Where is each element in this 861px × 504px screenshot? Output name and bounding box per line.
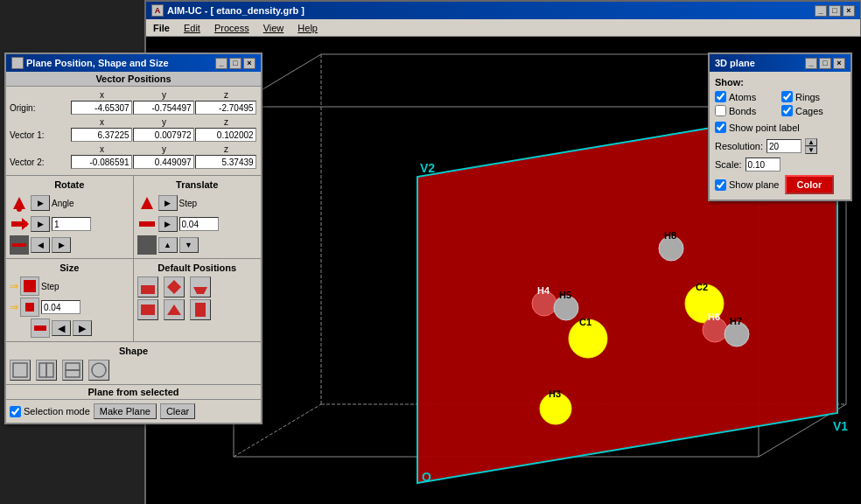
atoms-checkbox-label[interactable]: Atoms — [715, 91, 779, 102]
default-pos-2[interactable] — [164, 276, 185, 298]
svg-text:O: O — [422, 470, 431, 484]
plane-close-btn[interactable]: × — [243, 58, 256, 69]
svg-text:C1: C1 — [579, 317, 592, 327]
translate-up-btn[interactable]: ▲ — [158, 237, 178, 253]
selection-mode-checkbox[interactable] — [10, 406, 21, 417]
rotate-translate-section: Rotate ▶ Angle ▶ — [6, 175, 261, 258]
selection-mode-label: Selection mode — [24, 406, 90, 416]
maximize-button[interactable]: □ — [829, 5, 841, 17]
rings-label: Rings — [795, 92, 820, 102]
rotate-fwd-btn[interactable]: ◀ — [31, 237, 50, 253]
plane3d-minimize-btn[interactable]: _ — [805, 58, 817, 69]
plane3d-maximize-btn[interactable]: □ — [819, 58, 831, 69]
scale-input[interactable] — [746, 158, 780, 172]
bonds-checkbox-label[interactable]: Bonds — [715, 105, 779, 116]
plane-minimize-btn[interactable]: _ — [215, 58, 228, 69]
rotate-icon-2 — [10, 214, 29, 234]
resolution-down-btn[interactable]: ▼ — [805, 146, 817, 154]
vector2-z-input[interactable] — [195, 155, 256, 169]
svg-text:H5: H5 — [559, 290, 571, 300]
svg-text:V1: V1 — [833, 419, 848, 433]
menu-help[interactable]: Help — [294, 23, 321, 33]
bonds-checkbox[interactable] — [715, 105, 726, 116]
show-plane-checkbox[interactable] — [715, 179, 726, 191]
selection-mode-checkbox-label[interactable]: Selection mode — [10, 406, 90, 417]
main-window-controls: _ □ × — [815, 5, 855, 17]
angle-input[interactable] — [52, 217, 91, 231]
shape-header: Shape — [10, 346, 257, 356]
svg-rect-54 — [66, 370, 80, 377]
plane-maximize-btn[interactable]: □ — [229, 58, 242, 69]
svg-rect-42 — [25, 303, 34, 312]
translate-right-btn[interactable]: ▶ — [158, 195, 178, 211]
resolution-up-btn[interactable]: ▲ — [805, 138, 817, 146]
svg-rect-38 — [12, 243, 26, 247]
default-pos-5[interactable] — [164, 299, 185, 320]
default-pos-1[interactable] — [137, 276, 158, 298]
clear-button[interactable]: Clear — [160, 403, 195, 419]
plane3d-close-btn[interactable]: × — [833, 58, 845, 69]
rotate-right-btn[interactable]: ▶ — [31, 195, 50, 211]
translate-step-input[interactable] — [179, 217, 219, 231]
make-plane-button[interactable]: Make Plane — [94, 403, 157, 419]
size-increase-btn[interactable]: ▶ — [73, 320, 92, 336]
shape-3[interactable] — [62, 360, 83, 381]
z-header: z — [195, 90, 257, 100]
size-step-input[interactable] — [41, 300, 80, 314]
xyz-header-3: x y z — [10, 144, 257, 154]
minimize-button[interactable]: _ — [815, 5, 827, 17]
scale-row: Scale: — [715, 158, 845, 172]
origin-y-input[interactable] — [133, 101, 194, 115]
size-decrease-btn[interactable]: ◀ — [52, 320, 71, 336]
show-point-label-checkbox[interactable] — [715, 122, 726, 133]
rotate-left-btn[interactable]: ▶ — [31, 216, 50, 232]
svg-text:H7: H7 — [730, 316, 742, 326]
vector1-z-input[interactable] — [195, 128, 256, 142]
y-header: y — [133, 90, 195, 100]
svg-rect-49 — [195, 303, 206, 317]
translate-left-btn[interactable]: ▶ — [158, 216, 178, 232]
plane3d-body: Show: Atoms Rings Bonds Cages Show point… — [710, 72, 850, 200]
x-header: x — [71, 90, 133, 100]
menu-file[interactable]: File — [150, 23, 173, 33]
vector1-y-input[interactable] — [133, 128, 194, 142]
svg-rect-53 — [66, 363, 80, 370]
bonds-label: Bonds — [729, 106, 756, 116]
rings-checkbox-label[interactable]: Rings — [781, 91, 845, 102]
svg-rect-47 — [141, 304, 155, 315]
show-point-label: Show point label — [729, 122, 800, 133]
menu-view[interactable]: View — [260, 23, 288, 33]
step-label: Step — [179, 199, 198, 208]
vector1-row: Vector 1: — [10, 128, 257, 142]
cages-checkbox[interactable] — [781, 105, 793, 116]
default-pos-4[interactable] — [137, 299, 158, 320]
default-pos-6[interactable] — [190, 299, 211, 320]
shape-1[interactable] — [10, 360, 31, 381]
svg-rect-40 — [139, 221, 155, 227]
show-point-label-checkbox-label[interactable]: Show point label — [715, 122, 845, 133]
default-pos-3[interactable] — [190, 276, 211, 298]
resolution-input[interactable] — [766, 139, 802, 153]
show-plane-label: Show plane — [729, 179, 780, 190]
svg-point-35 — [17, 206, 22, 212]
show-plane-checkbox-label[interactable]: Show plane — [715, 179, 780, 191]
svg-marker-46 — [193, 287, 207, 294]
rotate-back-btn[interactable]: ▶ — [52, 237, 71, 253]
svg-marker-39 — [141, 197, 153, 209]
origin-z-input[interactable] — [195, 101, 256, 115]
rings-checkbox[interactable] — [781, 91, 793, 102]
vector2-y-input[interactable] — [133, 155, 194, 169]
atoms-checkbox[interactable] — [715, 91, 726, 102]
vector1-x-input[interactable] — [71, 128, 132, 142]
cages-checkbox-label[interactable]: Cages — [781, 105, 845, 116]
menu-process[interactable]: Process — [211, 23, 253, 33]
vector2-x-input[interactable] — [71, 155, 132, 169]
origin-x-input[interactable] — [71, 101, 132, 115]
close-button[interactable]: × — [843, 5, 855, 17]
shape-2[interactable] — [36, 360, 57, 381]
color-button[interactable]: Color — [785, 175, 835, 194]
translate-down-btn[interactable]: ▼ — [179, 237, 199, 253]
svg-rect-52 — [46, 363, 53, 377]
menu-edit[interactable]: Edit — [180, 23, 204, 33]
shape-4[interactable] — [88, 360, 109, 381]
